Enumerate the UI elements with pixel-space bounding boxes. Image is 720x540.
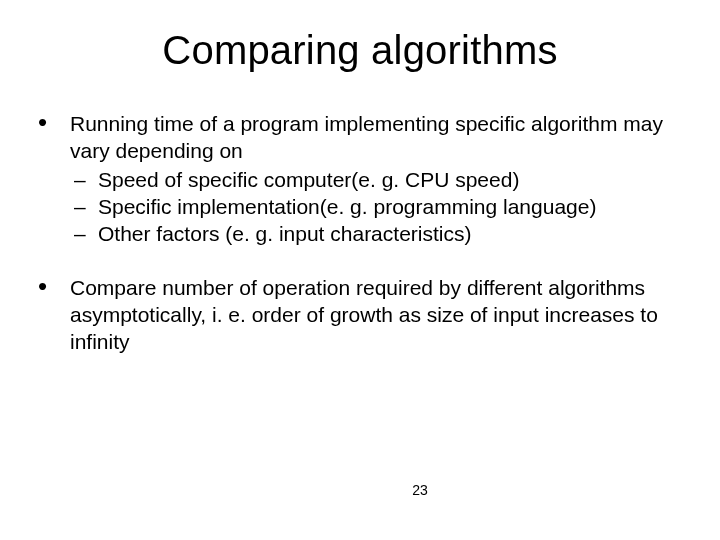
bullet-2-text: Compare number of operation required by …: [70, 276, 658, 353]
bullet-item-2: Compare number of operation required by …: [28, 275, 692, 356]
bullet-item-1: Running time of a program implementing s…: [28, 111, 692, 247]
slide: Comparing algorithms Running time of a p…: [0, 0, 720, 540]
slide-title: Comparing algorithms: [28, 28, 692, 73]
sub-bullet-1: Speed of specific computer(e. g. CPU spe…: [70, 167, 692, 194]
page-number: 23: [0, 482, 720, 498]
sub-bullet-2-text: Specific implementation(e. g. programmin…: [98, 195, 596, 218]
sub-bullet-1-text: Speed of specific computer(e. g. CPU spe…: [98, 168, 519, 191]
slide-body: Running time of a program implementing s…: [28, 111, 692, 356]
sub-bullet-list: Speed of specific computer(e. g. CPU spe…: [70, 167, 692, 248]
bullet-1-text: Running time of a program implementing s…: [70, 112, 663, 162]
sub-bullet-2: Specific implementation(e. g. programmin…: [70, 194, 692, 221]
sub-bullet-3: Other factors (e. g. input characteristi…: [70, 221, 692, 248]
bullet-list: Running time of a program implementing s…: [28, 111, 692, 356]
sub-bullet-3-text: Other factors (e. g. input characteristi…: [98, 222, 471, 245]
